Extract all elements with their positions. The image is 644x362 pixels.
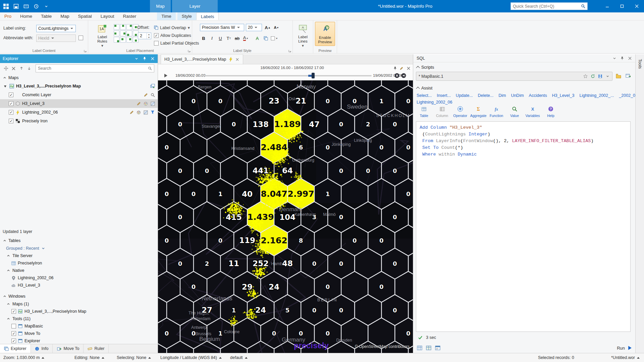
explorer-close-icon[interactable] (150, 56, 155, 61)
assist-link-select[interactable]: Select... (417, 93, 432, 98)
underline-button[interactable]: U (217, 35, 224, 42)
superscript-button[interactable]: TT (225, 35, 232, 42)
explorer-search-input[interactable] (38, 66, 148, 71)
theme-icon[interactable] (143, 101, 148, 106)
assist-link-lightning200206[interactable]: Lightning_2002_06 (417, 100, 452, 105)
assist-link-dim[interactable]: Dim (498, 93, 506, 98)
offset-spinner[interactable]: 2 ▲▼ (138, 33, 151, 39)
quick-search-input[interactable] (513, 4, 581, 9)
sql-code-editor[interactable]: Add Column "H3_Level_3" (CountLightnings… (416, 121, 631, 332)
time-slider-handle[interactable] (312, 73, 315, 78)
play-button[interactable] (163, 73, 168, 78)
explorer-pin-icon[interactable] (142, 56, 147, 61)
time-slider-track[interactable] (199, 75, 372, 76)
style-icon[interactable] (143, 110, 148, 115)
sql-pin-icon[interactable] (620, 56, 624, 60)
assist-button-operator[interactable]: Operator (452, 105, 468, 118)
grouped-recent-selector[interactable]: Grouped : Recent (0, 245, 158, 252)
table-item-preciselyiron[interactable]: PreciselyIron (0, 259, 158, 267)
map-canvas[interactable]: BergenNorwayOsloStavangerSwedenSTOCKHOLM… (158, 80, 413, 353)
filter-icon[interactable] (150, 110, 155, 115)
strike-button[interactable]: ab (233, 35, 241, 42)
dock-icon[interactable] (3, 66, 8, 71)
assist-link-delete[interactable]: Delete... (478, 93, 494, 98)
window-item-mapbasic[interactable]: MapBasic (0, 322, 158, 330)
layer-visibility-checkbox[interactable] (9, 119, 13, 123)
panel-tab-info[interactable]: iInfo (31, 344, 53, 353)
panel-tab-move-to[interactable]: Move To (53, 344, 84, 353)
font-size-combo[interactable]: 20 (246, 24, 262, 31)
grouped-dropdown-icon[interactable] (41, 246, 46, 251)
status-right-1[interactable]: *Untitled.wor (611, 353, 640, 362)
window-group-maps1[interactable]: Maps (1) (0, 300, 158, 308)
label-content-launcher-icon[interactable] (83, 49, 87, 53)
time-close-icon[interactable] (406, 66, 411, 70)
favorite-icon[interactable] (583, 74, 588, 79)
remove-icon[interactable] (11, 66, 16, 71)
assist-link-lightning2002[interactable]: Lightning_2002_... (580, 93, 614, 98)
ribbon-tab-spatial[interactable]: Spatial (74, 12, 96, 20)
layer-visibility-checkbox[interactable] (9, 110, 13, 115)
table-item-h3_level_3[interactable]: H3_Level_3 (0, 282, 158, 289)
label-position-icon-9[interactable] (114, 37, 119, 43)
placement-option-allow-duplicates[interactable]: Allow Duplicates (154, 33, 191, 38)
window-visibility-checkbox[interactable] (11, 324, 16, 328)
maximize-button[interactable] (614, 0, 629, 12)
assist-link-accidents[interactable]: Accidents (529, 93, 547, 98)
layer-row-precisely-iron[interactable]: Precisely Iron (0, 117, 158, 125)
window-group-tools11[interactable]: Tools (11) (0, 315, 158, 322)
assist-link-200206[interactable]: _2002_06 (619, 93, 638, 98)
search-icon[interactable] (581, 4, 585, 9)
save-script-icon[interactable] (598, 74, 602, 79)
window-visibility-checkbox[interactable] (11, 331, 16, 336)
assist-link-update[interactable]: Update... (456, 93, 473, 98)
assist-button-table[interactable]: Table (416, 105, 432, 118)
move-down-icon[interactable] (26, 66, 32, 71)
panel-tab-ruler[interactable]: Ruler (84, 344, 109, 353)
tables-section-header[interactable]: Tables (0, 237, 158, 245)
scripts-section-header[interactable]: Scripts (417, 65, 434, 70)
table-item-lightning_2002_06[interactable]: Lightning_2002_06 (0, 274, 158, 282)
label-rules-button[interactable]: 1A Label Rules▾ (94, 22, 111, 45)
assist-link-undim[interactable]: UnDim (511, 93, 524, 98)
text-glow-button[interactable]: A (254, 35, 261, 42)
script-dropdown-icon[interactable] (605, 74, 610, 79)
app-logo-icon[interactable] (3, 3, 9, 10)
save-workspace-icon[interactable] (13, 3, 19, 10)
bold-button[interactable]: B (200, 35, 207, 42)
tools-collapsed-panel[interactable]: Tools (635, 54, 644, 353)
label-using-combo[interactable]: CountLightnings (36, 25, 76, 32)
window-visibility-checkbox[interactable] (11, 339, 16, 343)
time-step-button[interactable] (401, 73, 406, 78)
ribbon-tab-time[interactable]: Time (157, 12, 176, 20)
window-item-explorer[interactable]: Explorer (0, 337, 158, 344)
ribbon-tab-map[interactable]: Map (56, 12, 73, 20)
font-color-button[interactable]: A▾ (242, 35, 249, 42)
explorer-search-box[interactable] (36, 64, 154, 72)
abbreviate-with-combo[interactable]: HexId (36, 35, 76, 42)
assist-button-help[interactable]: ?Help (543, 105, 559, 118)
window-item-moveto[interactable]: Move To (0, 330, 158, 337)
minimize-button[interactable] (600, 0, 614, 12)
label-position-icon-3[interactable] (126, 24, 132, 30)
map-tree-root[interactable]: H3_Level_3,....PreciselyIron Map (0, 82, 158, 90)
status-selecting[interactable]: Selecting: None (117, 353, 151, 362)
checkbox-allow-duplicates[interactable] (154, 33, 159, 38)
expand-icon[interactable] (3, 84, 7, 88)
time-pin-icon[interactable] (393, 66, 397, 70)
map-tab-close-icon[interactable] (235, 57, 239, 62)
quick-search-box[interactable] (511, 2, 588, 10)
edit-icon[interactable] (129, 110, 134, 115)
label-position-icon-11[interactable] (126, 37, 132, 43)
table-group-tile-server[interactable]: Tile Server (0, 252, 158, 259)
layer-row-lightning_2002_06[interactable]: Lightning_2002_06 (0, 108, 158, 117)
ribbon-tab-home[interactable]: Home (16, 12, 37, 20)
zoom-icon[interactable] (150, 93, 155, 97)
edit-icon[interactable] (136, 101, 141, 106)
explorer-search-icon[interactable] (148, 66, 152, 71)
window-visibility-checkbox[interactable] (11, 309, 16, 314)
map-tab[interactable]: H3_Level_3,....PreciselyIron Map (161, 54, 243, 64)
ribbon-tab-table[interactable]: Table (37, 12, 56, 20)
enable-preview-button[interactable]: A Enable Preview (315, 22, 335, 46)
layer-row-cosmetic-layer[interactable]: Cosmetic Layer (0, 90, 158, 99)
